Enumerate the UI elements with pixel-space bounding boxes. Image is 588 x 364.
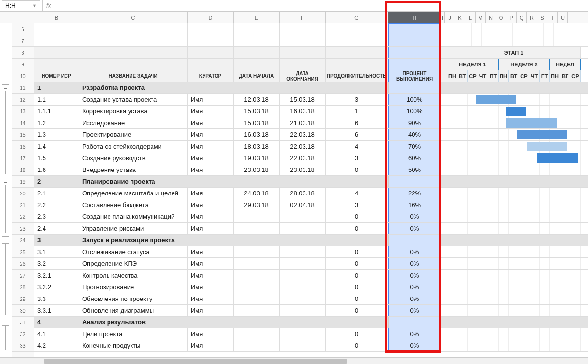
cell-start[interactable]: [234, 293, 280, 304]
gantt-cell[interactable]: [570, 164, 581, 175]
gantt-cell[interactable]: [509, 305, 519, 316]
cell[interactable]: [326, 35, 388, 46]
gantt-cell[interactable]: [550, 235, 560, 246]
cell-start[interactable]: [234, 211, 280, 222]
column-header-J[interactable]: J: [445, 12, 455, 23]
gantt-cell[interactable]: [447, 223, 457, 234]
cell-wbs[interactable]: 1.1: [34, 94, 79, 105]
gantt-cell[interactable]: [550, 340, 560, 351]
day-header[interactable]: ПТ: [488, 70, 499, 82]
gantt-cell[interactable]: [519, 176, 529, 187]
row-number[interactable]: 15: [12, 129, 34, 141]
cell[interactable]: [441, 129, 447, 140]
gantt-cell[interactable]: [499, 235, 509, 246]
gantt-cell[interactable]: [488, 328, 499, 340]
gantt-cell[interactable]: [570, 258, 581, 269]
gantt-cell[interactable]: [519, 152, 529, 164]
cell-wbs[interactable]: 2: [34, 176, 79, 187]
cell[interactable]: [554, 23, 564, 35]
header-E[interactable]: [234, 59, 280, 70]
day-header[interactable]: СР: [570, 70, 581, 82]
gantt-cell[interactable]: [499, 164, 509, 175]
cell-duration[interactable]: 3: [326, 199, 388, 211]
cell-owner[interactable]: Имя: [188, 211, 234, 222]
row-number[interactable]: 11: [12, 82, 34, 94]
gantt-cell[interactable]: [447, 211, 457, 222]
header-D[interactable]: КУРАТОР: [188, 70, 234, 82]
gantt-cell[interactable]: [468, 199, 478, 211]
column-header-B[interactable]: B: [34, 12, 79, 23]
gantt-cell[interactable]: [570, 129, 581, 140]
gantt-cell[interactable]: [540, 293, 550, 304]
gantt-cell[interactable]: [519, 270, 529, 281]
gantt-cell[interactable]: [499, 141, 509, 152]
cell-task[interactable]: Создание плана коммуникаций: [79, 211, 188, 222]
cell-task[interactable]: Цели проекта: [79, 328, 188, 340]
cell-duration[interactable]: 0: [326, 164, 388, 175]
gantt-cell[interactable]: [560, 270, 570, 281]
gantt-cell[interactable]: [509, 152, 519, 164]
gantt-cell[interactable]: [519, 258, 529, 269]
gantt-cell[interactable]: [488, 141, 499, 152]
gantt-cell[interactable]: [468, 223, 478, 234]
cell[interactable]: [234, 35, 280, 46]
cell-wbs[interactable]: 3.2.2: [34, 281, 79, 293]
gantt-cell[interactable]: [509, 188, 519, 199]
gantt-cell[interactable]: [488, 129, 499, 140]
cell-percent[interactable]: 0%: [388, 223, 441, 234]
gantt-cell[interactable]: [540, 106, 550, 117]
gantt-cell[interactable]: [488, 270, 499, 281]
collapse-button[interactable]: –: [2, 236, 9, 244]
cell[interactable]: [34, 35, 79, 46]
cell[interactable]: [441, 94, 447, 105]
gantt-cell[interactable]: [550, 305, 560, 316]
row-number[interactable]: 27: [12, 270, 34, 281]
gantt-cell[interactable]: [519, 235, 529, 246]
gantt-cell[interactable]: [447, 82, 457, 93]
cell-end[interactable]: [280, 340, 326, 351]
gantt-cell[interactable]: [509, 235, 519, 246]
gantt-cell[interactable]: [560, 199, 570, 211]
cell-start[interactable]: 15.03.18: [234, 117, 280, 128]
cell-start[interactable]: 15.03.18: [234, 106, 280, 117]
gantt-cell[interactable]: [570, 270, 581, 281]
gantt-cell[interactable]: [478, 328, 488, 340]
cell[interactable]: [188, 23, 234, 35]
gantt-cell[interactable]: [468, 188, 478, 199]
cell-owner[interactable]: [188, 176, 234, 187]
cell-task[interactable]: Планирование проекта: [79, 176, 188, 187]
gantt-cell[interactable]: [529, 328, 540, 340]
gantt-cell[interactable]: [457, 188, 468, 199]
gantt-cell[interactable]: [570, 293, 581, 304]
gantt-cell[interactable]: [468, 82, 478, 93]
header-D[interactable]: [188, 59, 234, 70]
gantt-cell[interactable]: [447, 176, 457, 187]
cell-duration[interactable]: [326, 82, 388, 93]
cell[interactable]: [441, 188, 447, 199]
gantt-cell[interactable]: [447, 340, 457, 351]
cell-duration[interactable]: 6: [326, 129, 388, 140]
gantt-cell[interactable]: [499, 199, 509, 211]
gantt-cell[interactable]: [529, 235, 540, 246]
gantt-cell[interactable]: [540, 223, 550, 234]
gantt-cell[interactable]: [529, 281, 540, 293]
gantt-cell[interactable]: [468, 328, 478, 340]
column-header-N[interactable]: N: [486, 12, 496, 23]
cell-end[interactable]: [280, 246, 326, 257]
day-header[interactable]: ЧТ: [478, 70, 488, 82]
gantt-cell[interactable]: [550, 246, 560, 257]
gantt-cell[interactable]: [540, 246, 550, 257]
formula-input[interactable]: [55, 0, 588, 11]
gantt-cell[interactable]: [478, 305, 488, 316]
cell-end[interactable]: [280, 82, 326, 93]
row-number[interactable]: 30: [12, 305, 34, 317]
column-header-F[interactable]: F: [280, 12, 326, 23]
gantt-cell[interactable]: [560, 188, 570, 199]
cell-percent[interactable]: [388, 82, 441, 93]
gantt-cell[interactable]: [570, 281, 581, 293]
cell[interactable]: [441, 317, 447, 328]
row-number[interactable]: 28: [12, 281, 34, 293]
cells-area[interactable]: ЭТАП 1НЕДЕЛЯ 1НЕДЕЛЯ 2НЕДЕЛНОМЕР ИСРНАЗВ…: [34, 23, 588, 357]
gantt-cell[interactable]: [447, 328, 457, 340]
gantt-cell[interactable]: [560, 176, 570, 187]
